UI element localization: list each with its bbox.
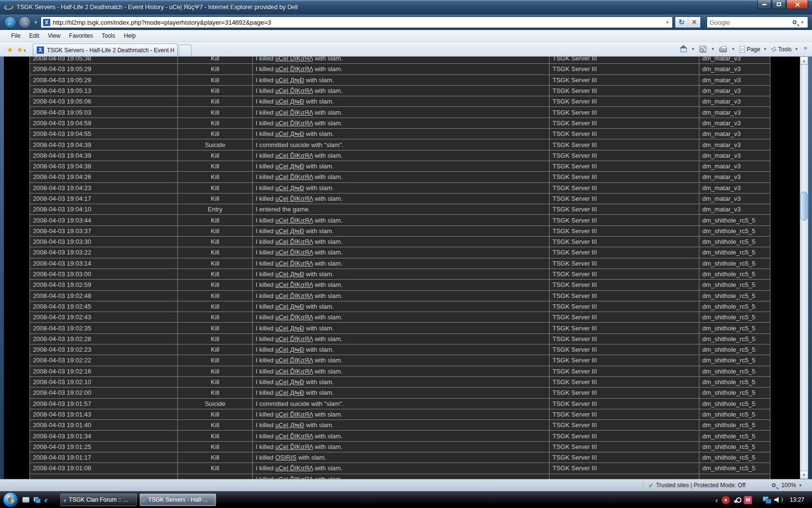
new-tab-stub[interactable] <box>179 45 191 56</box>
switch-windows-icon[interactable] <box>33 497 41 503</box>
taskbar-button-servers[interactable]: e TSGK Servers - Half-... <box>140 493 216 506</box>
event-map-cell: dm_shithole_rc5_5 <box>699 247 770 258</box>
victim-player-link[interactable]: uCe| ĎîKσЯΛ <box>275 443 313 450</box>
url-text[interactable]: http://hl2mp.tsgk.com/index.php?mode=pla… <box>53 19 662 26</box>
tab-active[interactable]: X TSGK Servers - Half-Life 2 Deathmatch … <box>33 44 178 56</box>
back-button[interactable]: ← <box>4 16 16 29</box>
victim-player-link[interactable]: uCe| ĎîKσЯΛ <box>275 335 313 343</box>
address-dropdown-icon[interactable]: ▼ <box>665 20 670 25</box>
event-time-cell: 2008-04-03 19:02:16 <box>30 366 178 376</box>
network-tray-icon[interactable] <box>763 496 771 504</box>
victim-player-link[interactable]: uCe| Д⇋Ð <box>275 227 304 235</box>
menu-item-tools[interactable]: Tools <box>97 31 119 41</box>
volume-tray-icon[interactable] <box>774 497 783 503</box>
zoom-control[interactable]: 100% ▼ <box>772 482 802 489</box>
close-button[interactable] <box>786 0 808 9</box>
refresh-button[interactable]: ↻ <box>675 17 688 28</box>
search-input[interactable]: Google <box>710 19 793 26</box>
forward-button[interactable]: → <box>18 16 31 29</box>
page-button[interactable]: Page▼ <box>740 46 768 53</box>
scrollbar-thumb[interactable] <box>800 192 808 221</box>
victim-player-link[interactable]: uCe| ĎîKσЯΛ <box>275 357 313 364</box>
victim-player-link[interactable]: uCe| ĎîKσЯΛ <box>275 314 313 321</box>
feeds-button[interactable] <box>699 45 707 53</box>
menu-item-help[interactable]: Help <box>119 31 140 41</box>
scroll-up-icon[interactable]: ▲ <box>800 57 808 65</box>
victim-player-link[interactable]: OSIRIS <box>275 454 296 461</box>
victim-player-link[interactable]: uCe| Д⇋Ð <box>275 325 304 332</box>
victim-player-link[interactable]: uCe| Д⇋Ð <box>275 98 304 105</box>
victim-player-link[interactable]: uCe| Д⇋Ð <box>275 346 304 353</box>
event-server-cell: TSGK Server III <box>550 204 699 215</box>
minimize-button[interactable] <box>757 0 771 9</box>
victim-player-link[interactable]: uCe| Д⇋Ð <box>275 163 304 170</box>
search-dropdown-icon[interactable]: ▼ <box>799 20 805 25</box>
victim-player-link[interactable]: uCe| ĎîKσЯΛ <box>275 152 313 159</box>
event-desc-cell: I killed uCe| Д⇋Ð with slam. <box>253 161 550 171</box>
add-favorite-icon[interactable]: ★ <box>15 45 26 56</box>
victim-player-link[interactable]: uCe| ĎîKσЯΛ <box>275 65 313 73</box>
scroll-down-icon[interactable]: ▼ <box>800 471 808 479</box>
victim-player-link[interactable]: uCe| ĎîKσЯΛ <box>275 217 313 224</box>
steam-tray-icon[interactable] <box>733 496 741 504</box>
victim-player-link[interactable]: uCe| ĎîKσЯΛ <box>275 292 313 299</box>
home-button[interactable] <box>681 46 687 52</box>
victim-player-link[interactable]: uCe| ĎîKσЯΛ <box>275 368 313 375</box>
address-bar[interactable]: X http://hl2mp.tsgk.com/index.php?mode=p… <box>41 16 673 28</box>
victim-player-link[interactable]: uCe| Д⇋Ð <box>275 76 304 84</box>
zoom-dropdown-icon[interactable]: ▼ <box>798 483 802 488</box>
stop-button[interactable]: × <box>688 17 700 28</box>
search-box[interactable]: Google ▼ <box>707 16 808 28</box>
victim-player-link[interactable]: uCe| ĎîKσЯΛ <box>275 281 313 288</box>
favorites-star-icon[interactable]: ★ <box>3 45 15 56</box>
victim-player-link[interactable]: uCe| ĎîKσЯΛ <box>275 464 313 472</box>
print-dropdown-icon[interactable]: ▼ <box>730 47 736 51</box>
victim-player-link[interactable]: uCe| ĎîKσЯΛ <box>275 238 313 245</box>
victim-player-link[interactable]: uCe| Д⇋Ð <box>275 389 304 396</box>
menu-item-edit[interactable]: Edit <box>25 31 44 41</box>
menu-item-view[interactable]: View <box>44 31 65 41</box>
menu-item-file[interactable]: File <box>7 31 25 41</box>
victim-player-link[interactable]: uCe| ĎîKσЯΛ <box>275 87 313 94</box>
ie-quicklaunch-icon[interactable]: e <box>44 496 48 504</box>
menu-item-favorites[interactable]: Favorites <box>65 31 97 41</box>
home-dropdown-icon[interactable]: ▼ <box>690 47 696 51</box>
command-bar: ▼ ▼ ▼ Page▼ Tools▼ » <box>681 44 809 56</box>
event-desc-cell: I killed uCe| ĎîKσЯΛ with slam. <box>253 441 550 452</box>
ie-logo-icon: e <box>4 3 13 12</box>
victim-player-link[interactable]: uCe| ĎîKσЯΛ <box>275 260 313 267</box>
victim-player-link[interactable]: uCe| ĎîKσЯΛ <box>275 109 313 116</box>
victim-player-link[interactable]: uCe| ĎîKσЯΛ <box>275 433 313 440</box>
taskbar-button-forum[interactable]: e TSGK Clan Forum :: ... <box>60 493 137 506</box>
victim-player-link[interactable]: uCe| ĎîKσЯΛ <box>275 249 313 256</box>
victim-player-link[interactable]: uCe| Д⇋Ð <box>275 378 304 386</box>
show-desktop-icon[interactable] <box>22 497 29 503</box>
victim-player-link[interactable]: uCe| Д⇋Ð <box>275 130 304 137</box>
overflow-chevron-icon[interactable]: » <box>803 44 809 54</box>
victim-player-link[interactable]: uCe| ĎîKσЯΛ <box>275 476 313 479</box>
messenger-tray-icon[interactable]: M <box>744 496 752 504</box>
vertical-scrollbar[interactable]: ▲ ▼ <box>800 57 808 479</box>
victim-player-link[interactable]: uCe| ĎîKσЯΛ <box>275 173 313 180</box>
event-desc-post: with slam. <box>304 98 334 105</box>
victim-player-link[interactable]: uCe| ĎîKσЯΛ <box>275 195 313 202</box>
maximize-button[interactable] <box>772 0 786 9</box>
tray-app-x-icon[interactable]: × <box>722 496 730 504</box>
event-server-cell: TSGK Server III <box>550 388 699 398</box>
tray-expand-icon[interactable]: ‹ <box>715 496 718 504</box>
victim-player-link[interactable]: uCe| Д⇋Ð <box>275 303 304 310</box>
victim-player-link[interactable]: uCe| Д⇋Ð <box>275 270 304 278</box>
print-button[interactable] <box>719 46 727 52</box>
victim-player-link[interactable]: uCe| ĎîKσЯΛ <box>275 411 313 418</box>
start-button[interactable] <box>3 492 18 508</box>
feeds-dropdown-icon[interactable]: ▼ <box>710 47 716 51</box>
search-icon[interactable] <box>793 20 797 24</box>
victim-player-link[interactable]: uCe| Д⇋Ð <box>275 184 304 192</box>
victim-player-link[interactable]: uCe| Д⇋Ð <box>275 421 304 429</box>
victim-player-link[interactable]: uCe| ĎîKσЯΛ <box>275 120 313 127</box>
event-type-cell: Kill <box>178 172 253 182</box>
event-desc-pre: I killed <box>256 249 275 256</box>
tools-button[interactable]: Tools▼ <box>771 46 799 53</box>
victim-player-link[interactable]: uCe| ĎîKσЯΛ <box>275 57 313 62</box>
history-dropdown-icon[interactable]: ▼ <box>33 20 39 25</box>
